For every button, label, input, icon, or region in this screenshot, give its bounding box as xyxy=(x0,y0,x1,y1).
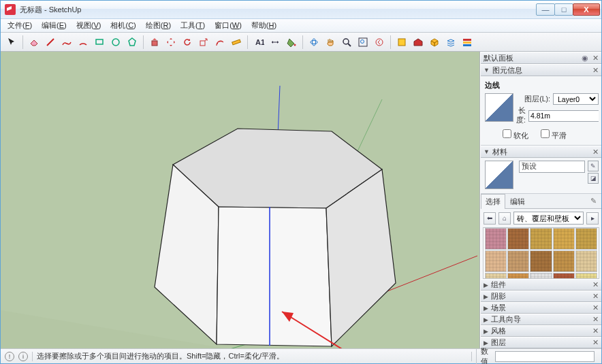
materials-select-tab[interactable]: 选择 xyxy=(481,194,505,209)
text-button[interactable]: A1 xyxy=(252,35,266,49)
warehouse-button[interactable] xyxy=(411,35,425,49)
material-swatch[interactable] xyxy=(485,273,507,279)
material-swatch[interactable] xyxy=(575,228,597,250)
material-swatch[interactable] xyxy=(575,250,597,272)
collapse-arrow-icon: ▼ xyxy=(484,67,490,73)
material-swatch[interactable] xyxy=(530,273,552,279)
push-pull-button[interactable] xyxy=(148,35,161,49)
select-arrow-button[interactable] xyxy=(5,35,18,49)
paint-bucket-button[interactable] xyxy=(285,35,298,49)
scenes-panel-header[interactable]: ▶场景✕ xyxy=(481,302,601,314)
orbit-button[interactable] xyxy=(307,35,321,49)
material-swatch[interactable] xyxy=(507,250,529,272)
material-category-select[interactable]: 砖、覆层和壁板 xyxy=(513,212,584,225)
material-swatch[interactable] xyxy=(530,250,552,272)
material-swatch[interactable] xyxy=(553,250,575,272)
svg-marker-3 xyxy=(129,38,136,46)
next-button[interactable] xyxy=(395,35,409,49)
outliner-button[interactable] xyxy=(460,35,474,49)
circle-button[interactable] xyxy=(109,35,123,49)
menu-r[interactable]: 绘图(R) xyxy=(142,19,175,32)
material-home-button[interactable]: ⌂ xyxy=(498,212,511,225)
dimension-button[interactable] xyxy=(268,35,282,49)
material-swatch[interactable] xyxy=(553,273,575,279)
eraser-button[interactable] xyxy=(27,35,41,49)
move-button[interactable] xyxy=(164,35,178,49)
material-swatch[interactable] xyxy=(575,273,597,279)
material-swatch[interactable] xyxy=(553,228,575,250)
close-button[interactable]: X xyxy=(573,3,600,16)
svg-rect-20 xyxy=(463,44,471,46)
styles-panel-header[interactable]: ▶风格✕ xyxy=(481,325,601,337)
materials-edit-tab[interactable]: 编辑 xyxy=(505,194,530,209)
instructor-panel-header[interactable]: ▶工具向导✕ xyxy=(481,314,601,325)
material-name-field[interactable]: 预设 xyxy=(519,161,585,173)
smooth-checkbox[interactable]: 平滑 xyxy=(541,129,567,141)
material-back-button[interactable]: ⬅ xyxy=(484,212,496,225)
material-swatch[interactable] xyxy=(485,250,507,272)
material-menu-button[interactable]: ▸ xyxy=(586,212,599,225)
materials-browser: 选择 编辑 ✎ ⬅ ⌂ 砖、覆层和壁板 ▸ xyxy=(481,194,601,279)
menu-v[interactable]: 视图(V) xyxy=(72,19,106,32)
material-swatch[interactable] xyxy=(485,228,507,250)
line-button[interactable] xyxy=(44,35,57,49)
layers-panel-header[interactable]: ▶图层✕ xyxy=(481,337,601,348)
material-swatch[interactable] xyxy=(530,228,552,250)
svg-point-12 xyxy=(343,39,349,44)
previous-button[interactable] xyxy=(373,35,386,49)
material-swatch[interactable] xyxy=(507,228,529,250)
materials-title: 材料 xyxy=(492,147,507,157)
sample-paint-icon[interactable]: ✎ xyxy=(588,196,599,207)
current-material-swatch xyxy=(485,161,513,189)
components-panel-header[interactable]: ▶组件✕ xyxy=(481,279,601,291)
minimize-button[interactable]: — xyxy=(536,3,555,16)
pan-button[interactable] xyxy=(323,35,337,49)
layer-label: 图层(L): xyxy=(516,95,550,104)
materials-header[interactable]: ▼材料 ✕ xyxy=(481,146,601,158)
svg-point-15 xyxy=(361,39,364,43)
rotate-button[interactable] xyxy=(180,35,194,49)
status-bar: ! i 选择要擦除或于多个项目间进行拖动的项目。Shift=隐藏，Ctrl=柔化… xyxy=(1,348,601,363)
svg-point-11 xyxy=(313,39,316,46)
pin-icon[interactable]: ◉ xyxy=(582,54,588,63)
menu-t[interactable]: 工具(T) xyxy=(176,19,209,32)
svg-rect-18 xyxy=(463,39,471,41)
rectangle-button[interactable] xyxy=(93,35,106,49)
layers-button[interactable] xyxy=(444,35,458,49)
menu-f[interactable]: 文件(F) xyxy=(3,19,36,32)
panel-close-icon[interactable]: ✕ xyxy=(592,66,599,75)
maximize-button[interactable]: □ xyxy=(554,3,573,16)
menu-h[interactable]: 帮助(H) xyxy=(247,19,281,32)
components-button[interactable] xyxy=(428,35,441,49)
offset-button[interactable] xyxy=(213,35,227,49)
measurements-box: 数值 xyxy=(476,349,597,364)
credits-icon[interactable]: i xyxy=(18,352,28,361)
zoom-button[interactable] xyxy=(340,35,353,49)
freehand-button[interactable] xyxy=(60,35,74,49)
material-swatch[interactable] xyxy=(507,273,529,279)
svg-point-16 xyxy=(376,39,383,46)
default-tray-header[interactable]: 默认面板 ◉ ✕ xyxy=(481,52,601,64)
measure-button[interactable] xyxy=(229,35,243,49)
length-input[interactable] xyxy=(528,110,599,122)
soften-checkbox[interactable]: 软化 xyxy=(503,129,528,141)
panel-close-icon[interactable]: ✕ xyxy=(592,148,599,156)
default-tray-title: 默认面板 xyxy=(484,53,513,63)
layer-select[interactable]: Layer0 xyxy=(553,93,599,105)
create-material-button[interactable]: ✎ xyxy=(588,161,599,171)
geolocation-icon[interactable]: ! xyxy=(5,352,14,361)
tray-close-icon[interactable]: ✕ xyxy=(592,54,599,63)
scale-button[interactable] xyxy=(197,35,210,49)
measurements-input[interactable] xyxy=(495,351,595,362)
arc-button[interactable] xyxy=(76,35,90,49)
entity-info-header[interactable]: ▼图元信息 ✕ xyxy=(481,64,601,76)
svg-rect-19 xyxy=(463,42,471,44)
menu-c[interactable]: 相机(C) xyxy=(106,19,140,32)
polygon-button[interactable] xyxy=(125,35,139,49)
viewport[interactable] xyxy=(1,52,480,348)
menu-w[interactable]: 窗口(W) xyxy=(210,19,246,32)
shadows-panel-header[interactable]: ▶阴影✕ xyxy=(481,291,601,302)
zoom-extents-button[interactable] xyxy=(356,35,370,49)
menu-e[interactable]: 编辑(E) xyxy=(37,19,71,32)
default-material-button[interactable]: ◪ xyxy=(588,173,599,184)
